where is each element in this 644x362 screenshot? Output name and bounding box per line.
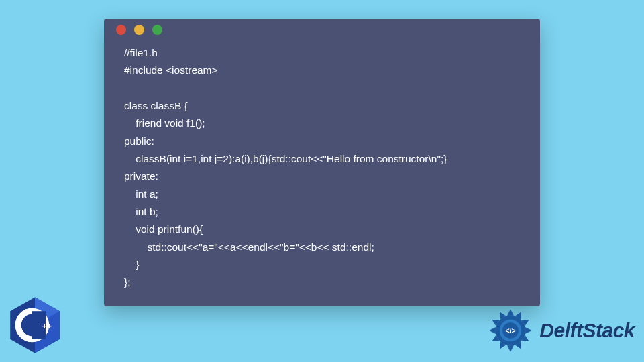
brand-name: DelftStack <box>539 319 635 342</box>
gear-icon: </> <box>486 306 535 355</box>
svg-text:++: ++ <box>42 321 52 331</box>
code-block: //file1.h #include <iostream> class clas… <box>104 40 540 306</box>
minimize-icon[interactable] <box>134 25 144 35</box>
svg-text:</>: </> <box>506 327 516 335</box>
cpp-logo-icon: ++ <box>8 295 62 355</box>
maximize-icon[interactable] <box>152 25 162 35</box>
window-titlebar <box>104 19 540 40</box>
delftstack-logo: </> DelftStack <box>486 306 635 355</box>
code-window: //file1.h #include <iostream> class clas… <box>104 19 540 306</box>
close-icon[interactable] <box>116 25 126 35</box>
